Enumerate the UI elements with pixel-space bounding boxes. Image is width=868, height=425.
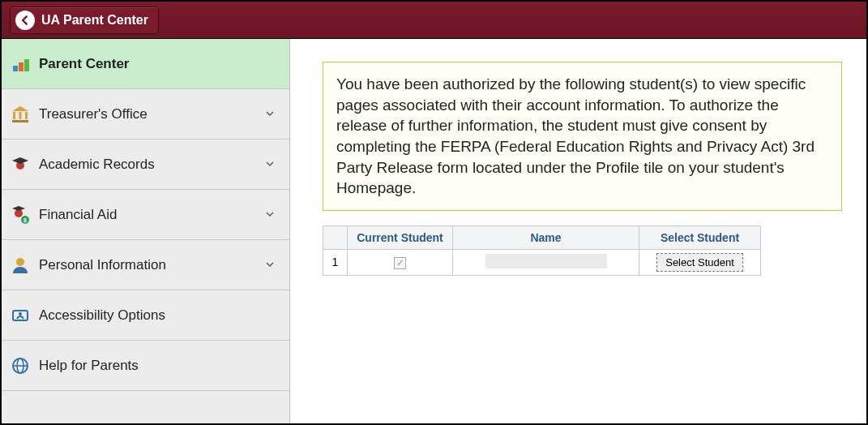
chevron-down-icon	[263, 107, 278, 122]
body-layout: Parent Center Treasurer's Office Academi…	[2, 39, 866, 423]
chevron-down-icon	[263, 208, 278, 222]
sidebar-item-label: Academic Records	[39, 157, 263, 173]
bank-icon	[10, 104, 31, 125]
column-header-number	[323, 225, 348, 249]
sidebar-item-label: Accessibility Options	[39, 307, 278, 324]
sidebar-item-accessibility-options[interactable]: Accessibility Options	[2, 290, 289, 341]
sidebar-item-label: Treasurer's Office	[39, 106, 263, 122]
globe-icon	[10, 355, 31, 376]
select-student-button[interactable]: Select Student	[656, 253, 743, 272]
sidebar-item-help-for-parents[interactable]: Help for Parents	[2, 341, 289, 391]
column-header-current: Current Student	[348, 225, 453, 249]
back-button[interactable]: UA Parent Center	[10, 6, 159, 34]
main-content: You have been authorized by the followin…	[290, 39, 866, 423]
current-student-checkbox[interactable]: ✓	[394, 257, 406, 269]
student-table-wrap: Current Student Name Select Student 1 ✓	[323, 225, 842, 276]
page-title: UA Parent Center	[41, 13, 148, 28]
sidebar-item-treasurers-office[interactable]: Treasurer's Office	[2, 89, 289, 140]
sidebar-item-label: Help for Parents	[39, 358, 278, 374]
column-header-select: Select Student	[639, 225, 761, 249]
current-student-cell: ✓	[348, 249, 453, 275]
svg-rect-7	[12, 120, 28, 122]
svg-marker-3	[12, 106, 28, 111]
sidebar-item-academic-records[interactable]: Academic Records	[2, 140, 289, 190]
column-header-name: Name	[453, 225, 639, 249]
svg-rect-1	[19, 62, 24, 71]
svg-rect-0	[13, 66, 18, 71]
svg-point-17	[19, 312, 22, 316]
parent-center-icon	[10, 54, 31, 75]
sidebar: Parent Center Treasurer's Office Academi…	[2, 39, 290, 423]
back-arrow-icon	[15, 11, 35, 30]
svg-rect-10	[19, 161, 21, 163]
sidebar-item-parent-center[interactable]: Parent Center	[2, 39, 289, 89]
table-row: 1 ✓ Select Student	[323, 249, 761, 275]
svg-text:$: $	[24, 217, 27, 224]
authorization-info-box: You have been authorized by the followin…	[323, 62, 842, 211]
chevron-down-icon	[263, 157, 278, 172]
sidebar-item-financial-aid[interactable]: $ Financial Aid	[2, 190, 289, 240]
accessibility-icon	[10, 305, 31, 326]
svg-rect-5	[19, 112, 22, 119]
sidebar-item-label: Parent Center	[39, 56, 278, 72]
select-student-cell: Select Student	[639, 249, 761, 275]
sidebar-item-label: Financial Aid	[39, 207, 263, 223]
graduate-icon	[10, 154, 31, 175]
svg-marker-12	[12, 206, 25, 211]
sidebar-item-personal-information[interactable]: Personal Information	[2, 240, 289, 290]
top-bar: UA Parent Center	[2, 2, 866, 39]
student-money-icon: $	[10, 204, 31, 225]
svg-rect-4	[13, 112, 15, 119]
svg-point-15	[16, 258, 24, 266]
chevron-down-icon	[263, 258, 278, 273]
student-table: Current Student Name Select Student 1 ✓	[323, 225, 761, 276]
student-name-cell	[453, 249, 639, 275]
svg-rect-6	[25, 112, 28, 119]
svg-rect-2	[24, 59, 29, 71]
sidebar-item-label: Personal Information	[39, 257, 263, 273]
student-name-redacted	[485, 254, 607, 268]
row-number: 1	[323, 249, 348, 275]
app-frame: UA Parent Center Parent Center Treasurer…	[0, 0, 868, 425]
person-icon	[10, 255, 31, 276]
